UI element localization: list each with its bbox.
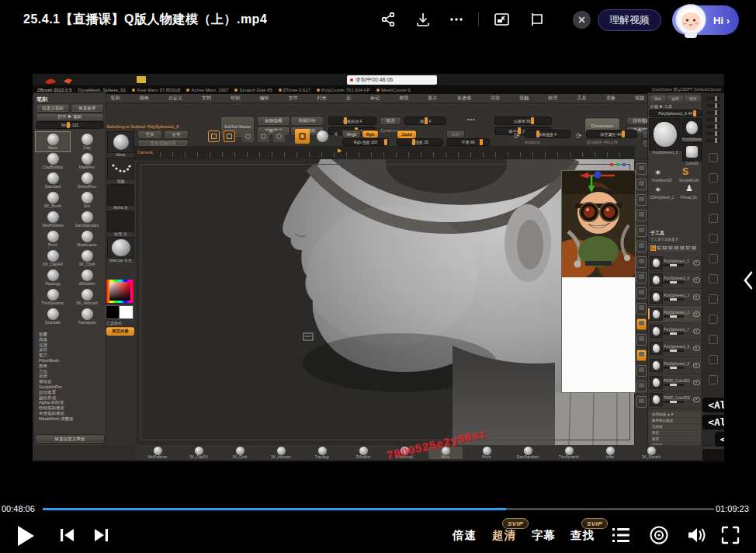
color-swatches xyxy=(106,306,133,318)
zbrush-menu-item: 纹理 xyxy=(548,95,557,102)
progress-bar[interactable] xyxy=(43,508,714,510)
visibility-eye-icon xyxy=(693,329,700,334)
more-button[interactable] xyxy=(447,10,466,29)
brush-grid: MoveClayClayBuildupMaskPenStandardSelect… xyxy=(36,132,104,326)
polymesh3d-star-icon: ✶ xyxy=(654,168,661,178)
tool-panel-button: 简化 xyxy=(685,96,701,102)
previous-button[interactable] xyxy=(60,528,75,545)
brush-section-item: 笔力 xyxy=(39,353,104,358)
sculpt-canvas xyxy=(136,159,635,445)
shelf-brush: DamStandard xyxy=(511,447,545,459)
brush-section-item: 深度 xyxy=(39,343,104,348)
brush-thumbnail: SK_Brush xyxy=(36,190,70,210)
zbrush-menu-item: 宏 xyxy=(346,95,351,102)
download-button[interactable] xyxy=(414,10,432,29)
download-icon xyxy=(415,12,431,27)
zbrush-menu-item: 缩放 xyxy=(635,95,644,102)
subtitles-button[interactable]: 字幕 xyxy=(532,528,556,543)
subtool-tabs: S1S2S3S4S5S6S7S8 xyxy=(650,245,696,251)
guide-button: 引导 xyxy=(165,130,188,138)
record-button[interactable] xyxy=(649,525,669,548)
subtool-row: PolySpheres1_7 xyxy=(650,323,701,340)
brush-section-item: 图章 xyxy=(39,363,104,369)
shelf-brush: Inflat xyxy=(593,447,627,459)
close-button[interactable] xyxy=(573,11,591,29)
brush-thumbnail: Transpose xyxy=(70,307,104,326)
playlist-button[interactable] xyxy=(612,527,630,547)
subtool-tab: S3 xyxy=(662,245,668,251)
tool-panel-button: 全部 xyxy=(668,96,684,102)
subtool-count: 下工具可见数量 8 xyxy=(650,238,678,242)
brush-thumbnail: MaskPen xyxy=(70,151,104,171)
projection-icon xyxy=(208,130,220,142)
active-strip-icon xyxy=(636,350,647,361)
stroke-mod-icon xyxy=(273,130,285,142)
shelf-brush: SK_Smooth xyxy=(634,447,668,459)
subtool-tab: S5 xyxy=(674,245,679,251)
zbrush-menu-item: 绘制 xyxy=(231,95,240,102)
zbrush-window: ZBrush 2022.0.5 DynaMesh_Sphere_S1 Free … xyxy=(33,85,724,449)
visibility-eye-icon xyxy=(693,363,700,368)
projection-icon xyxy=(224,130,235,142)
current-time: 00:48:06 xyxy=(2,504,35,513)
autosync-label: Autosync xyxy=(525,140,541,144)
play-button[interactable] xyxy=(16,524,36,551)
understand-video-button[interactable]: 理解视频 xyxy=(598,9,661,31)
toolbar-divider xyxy=(478,12,479,26)
zbrush-titlebar-right: QuickSave 默认ZSPT DefaultZScript xyxy=(652,87,721,92)
fullscreen-button[interactable] xyxy=(721,526,740,548)
speed-button[interactable]: 倍速 xyxy=(453,528,477,543)
brush-thumbnail: Pinch xyxy=(36,229,70,249)
subtool-row: PolySpheres1_6 xyxy=(650,340,701,357)
save-slider: 保存属性 440 xyxy=(587,130,636,137)
video-surface[interactable]: 录制中00:48:06 ZBrush 2022.0.5 DynaMesh_Sph… xyxy=(33,74,724,462)
record-dot-icon xyxy=(350,78,353,82)
layout-slider: 布局速度 4 xyxy=(525,130,570,137)
volume-button[interactable] xyxy=(686,525,707,548)
shelf-button: 剔除隐藏 xyxy=(258,117,290,125)
brush-thumbnail: SK_Cloth xyxy=(70,249,104,268)
zbrush-menu-item: 影片 xyxy=(428,95,438,102)
recording-indicator: 录制中00:48:06 xyxy=(347,75,437,85)
restore-layout-button: 恢复自定义界面 xyxy=(36,435,104,443)
suft-button: Suft xyxy=(447,130,464,137)
z-intensity-slider: Z 强度 35 xyxy=(397,139,442,145)
quality-button[interactable]: 超清 xyxy=(492,528,516,543)
subtool-tab: S7 xyxy=(685,245,691,251)
brush-thumbnail: Standard xyxy=(36,171,70,190)
brush-thumbnail: SK_ClayFill xyxy=(36,249,70,268)
brush-thumbnail: MaskLasso xyxy=(70,229,104,249)
subtool-row: PolySpheres1_9 xyxy=(650,357,701,374)
zbrush-menu-item: 材质 xyxy=(399,95,408,102)
share-button[interactable] xyxy=(379,10,397,29)
next-button[interactable] xyxy=(93,528,109,545)
zbrush-menu-item: 标记 xyxy=(370,95,380,102)
pip-button[interactable] xyxy=(492,10,511,29)
assistant-avatar[interactable] xyxy=(674,2,708,38)
playlist-expand-arrow[interactable] xyxy=(742,270,754,294)
shelf-seq: ④ xyxy=(334,131,338,137)
cast-button[interactable] xyxy=(527,10,546,29)
visibility-eye-icon xyxy=(693,311,700,317)
record-icon xyxy=(649,525,669,545)
brush-section-item: 方位 xyxy=(39,369,104,374)
shelf-slider: 细分 4 xyxy=(405,117,446,124)
playlist-icon xyxy=(612,527,630,544)
share-icon xyxy=(380,12,396,27)
brush-section-item: SculptrisPro xyxy=(39,384,104,390)
visibility-eye-icon xyxy=(693,346,700,351)
subtool-tab: S1 xyxy=(650,245,656,251)
star-tool-icon: ✶ xyxy=(654,185,661,195)
find-button[interactable]: 查找 xyxy=(570,528,595,543)
shelf-slider: 网格抖动 4 xyxy=(329,117,376,124)
zbrush-timeline: Camera ▶ xyxy=(134,146,635,160)
visibility-eye-icon xyxy=(693,277,700,283)
svip-badge: SVIP xyxy=(581,518,608,529)
brush-section-item: 采样 xyxy=(39,347,104,353)
brush-panel-button: 打开 ▶ 笔刷 xyxy=(36,113,103,120)
shelf-brush: SK_Airbrush xyxy=(264,447,298,459)
brush-palette: 笔刷 自定义笔刷 恢复标准 打开 ▶ 笔刷 Mnim 132 MoveClayC… xyxy=(34,93,106,453)
brush-panel-button: 自定义笔刷 xyxy=(36,104,69,112)
reference-image-panel xyxy=(562,171,635,392)
lightbox-tool-label: 灯箱 ▶ 工具 xyxy=(650,104,672,109)
